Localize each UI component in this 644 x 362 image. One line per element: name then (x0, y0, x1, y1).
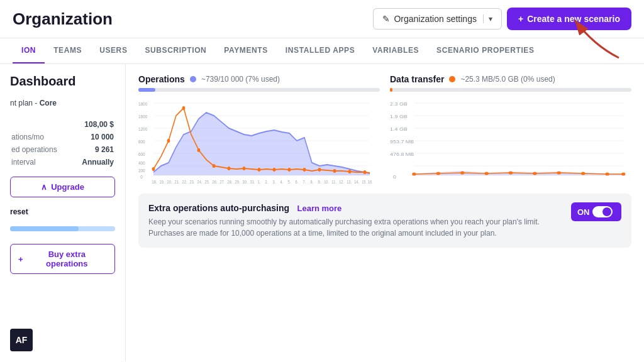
toggle-switch-knob (602, 207, 611, 216)
svg-text:2.3 GB: 2.3 GB (390, 102, 408, 107)
svg-text:23.: 23. (190, 179, 195, 184)
table-row: ations/mo 10 000 (11, 131, 114, 143)
sidebar: Dashboard nt plan - Core 108,00 $ ations… (0, 64, 126, 361)
svg-text:1.: 1. (258, 179, 261, 184)
svg-text:4.: 4. (280, 179, 284, 184)
svg-point-18 (303, 168, 306, 172)
avatar: AF (10, 329, 33, 351)
svg-point-80 (557, 172, 561, 175)
svg-point-78 (509, 172, 513, 175)
svg-text:1600: 1600 (138, 113, 147, 119)
svg-text:0: 0 (140, 173, 143, 180)
data-transfer-chart-area: 2.3 GB 1.9 GB 1.4 GB 953.7 MB 476.8 MB 0 (390, 97, 631, 185)
svg-point-10 (182, 106, 186, 110)
svg-point-77 (484, 172, 488, 175)
nav-item-scenario-properties[interactable]: SCENARIO PROPERTIES (428, 38, 543, 63)
svg-text:27.: 27. (220, 179, 225, 184)
toggle-switch[interactable] (592, 206, 613, 217)
svg-text:3.: 3. (273, 179, 276, 184)
operations-chart-area: 1800 1600 1200 800 600 400 200 0 18. 19.… (138, 97, 380, 185)
svg-text:6.: 6. (296, 179, 299, 184)
svg-text:30.: 30. (243, 179, 248, 184)
nav-item-variables[interactable]: VARIABLES (364, 38, 428, 63)
operations-chart-title: Operations (138, 74, 185, 84)
svg-text:28.: 28. (228, 179, 233, 184)
nav-item-teams[interactable]: TEAMS (45, 38, 91, 63)
plus-icon: + (518, 14, 523, 24)
svg-point-9 (167, 139, 170, 143)
svg-text:400: 400 (138, 160, 145, 166)
progress-bar-background (10, 226, 115, 231)
plan-table: 108,00 $ ations/mo 10 000 ed operations … (10, 118, 115, 169)
svg-text:21.: 21. (175, 179, 180, 184)
auto-purchase-text: Extra operations auto-purchasing Learn m… (148, 202, 561, 239)
svg-text:1.9 GB: 1.9 GB (390, 114, 408, 119)
svg-text:8.: 8. (311, 179, 314, 184)
page-title: Organization (13, 9, 113, 29)
chevron-up-icon: ∧ (41, 182, 47, 192)
svg-text:11.: 11. (331, 179, 336, 184)
svg-point-82 (605, 173, 609, 176)
svg-point-13 (228, 167, 231, 170)
svg-text:1.4 GB: 1.4 GB (390, 127, 408, 132)
svg-point-74 (412, 173, 416, 176)
edit-icon: ✎ (382, 14, 390, 24)
svg-point-15 (258, 168, 261, 172)
svg-text:31.: 31. (250, 179, 255, 184)
org-settings-label: Organization settings (394, 14, 477, 24)
dashboard-title: Dashboard (10, 74, 115, 89)
nav-item-payments[interactable]: PAYMENTS (215, 38, 276, 63)
svg-text:12.: 12. (339, 179, 344, 184)
content-area: Operations ~739/10 000 (7% used) (126, 64, 644, 361)
upgrade-button[interactable]: ∧ Upgrade (10, 177, 115, 197)
svg-point-20 (333, 169, 336, 173)
nav-item-subscription[interactable]: SUBSCRIPTION (136, 38, 215, 63)
auto-purchase-banner: Extra operations auto-purchasing Learn m… (138, 194, 631, 248)
learn-more-link[interactable]: Learn more (297, 204, 342, 213)
plan-label: nt plan - Core (10, 99, 115, 107)
operations-chart-block: Operations ~739/10 000 (7% used) (138, 74, 380, 185)
svg-point-12 (213, 164, 216, 168)
nav-item-users[interactable]: USERS (91, 38, 136, 63)
main-content: Dashboard nt plan - Core 108,00 $ ations… (0, 64, 644, 361)
svg-text:26.: 26. (213, 179, 218, 184)
svg-point-8 (152, 167, 155, 171)
svg-point-17 (288, 168, 291, 172)
svg-text:13.: 13. (347, 179, 352, 184)
svg-point-81 (581, 172, 585, 175)
svg-text:5.: 5. (288, 179, 291, 184)
svg-text:1200: 1200 (138, 126, 147, 132)
svg-text:22.: 22. (182, 179, 187, 184)
data-transfer-chart-block: Data transfer ~25.3 MB/5.0 GB (0% used) (390, 74, 631, 185)
auto-purchase-title: Extra operations auto-purchasing (148, 203, 289, 213)
svg-text:29.: 29. (235, 179, 240, 184)
svg-point-22 (364, 170, 367, 174)
table-row: ed operations 9 261 (11, 144, 114, 155)
svg-text:25.: 25. (205, 179, 210, 184)
auto-purchase-toggle-block[interactable]: ON (571, 202, 621, 221)
create-scenario-button[interactable]: + Create a new scenario (507, 8, 631, 30)
svg-text:9.: 9. (318, 179, 321, 184)
chevron-down-icon[interactable]: ▾ (483, 14, 492, 23)
svg-text:7.: 7. (303, 179, 306, 184)
operations-chart-header: Operations ~739/10 000 (7% used) (138, 74, 380, 84)
auto-purchase-description: Keep your scenarios running smoothly by … (148, 216, 561, 239)
operations-dot-icon (190, 76, 196, 82)
toggle-on-label: ON (577, 207, 590, 217)
buy-extra-operations-button[interactable]: + Buy extra operations (10, 244, 115, 274)
operations-progress-bar-fill (138, 88, 155, 92)
data-transfer-chart-title: Data transfer (390, 74, 444, 84)
org-settings-button[interactable]: ✎ Organization settings ▾ (373, 8, 502, 30)
svg-point-76 (460, 172, 464, 175)
table-row: interval Annually (11, 156, 114, 168)
svg-point-16 (273, 168, 276, 172)
svg-text:16.: 16. (368, 179, 373, 184)
svg-text:15.: 15. (362, 179, 367, 184)
data-transfer-progress-bar-fill (390, 88, 392, 92)
header-actions: ✎ Organization settings ▾ + Create a new… (373, 8, 631, 30)
svg-text:476.8 MB: 476.8 MB (390, 152, 414, 157)
svg-text:20.: 20. (167, 179, 172, 184)
nav-item-installed-apps[interactable]: INSTALLED APPS (277, 38, 364, 63)
svg-point-19 (318, 168, 321, 172)
nav-item-ion[interactable]: ION (13, 38, 45, 63)
